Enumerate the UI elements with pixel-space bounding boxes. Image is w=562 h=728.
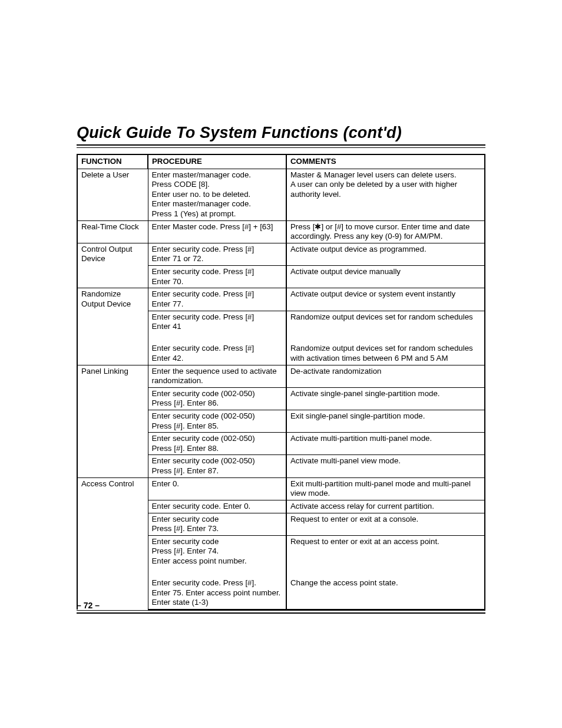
proc-line: Press [#]. Enter 74.: [152, 546, 219, 555]
title-underline: [77, 144, 485, 148]
cell-procedure: Enter security code Press [#]. Enter 73.: [148, 513, 286, 535]
table-row: Control Output Device Enter security cod…: [77, 243, 485, 265]
cell-function: Randomize Output Device: [77, 288, 148, 365]
proc-line: Enter 71 or 72.: [152, 254, 204, 263]
proc-line: Enter security code: [152, 537, 219, 546]
header-comments: COMMENTS: [286, 154, 485, 169]
cell-comments: Exit single-panel single-partition mode.: [286, 410, 485, 433]
proc-line: Enter access point number.: [152, 556, 247, 565]
proc-line: Enter 75. Enter access point number.: [152, 588, 281, 597]
cell-comments: Activate access relay for current partit…: [286, 500, 485, 513]
cell-comments: Press [✱] or [#] to move cursor. Enter t…: [286, 220, 485, 243]
proc-line: Enter security code. Press [#].: [152, 578, 256, 587]
cell-procedure: Enter security code (002-050) Press [#].…: [148, 455, 286, 477]
table-row: Delete a User Enter master/manager code.…: [77, 169, 485, 220]
proc-line: Enter security code. Press [#]: [152, 267, 254, 276]
cell-procedure: Enter security code (002-050) Press [#].…: [148, 387, 286, 410]
cell-procedure: Enter security code. Press [#]. Enter 75…: [148, 577, 286, 610]
header-procedure: PROCEDURE: [148, 154, 286, 169]
cell-comments: Activate output device as programmed.: [286, 243, 485, 265]
cell-function: Real-Time Clock: [77, 220, 148, 243]
document-page: Quick Guide To System Functions (cont'd)…: [0, 0, 562, 728]
cell-comments: Activate output device or system event i…: [286, 288, 485, 311]
proc-line: Press [#]. Enter 85.: [152, 421, 219, 430]
cell-procedure: Enter master/manager code. Press CODE [8…: [148, 169, 286, 220]
bottom-rule: [77, 610, 485, 614]
proc-line: Press [#]. Enter 86.: [152, 398, 219, 407]
proc-line: Enter security code (002-050): [152, 434, 255, 443]
cell-comments: Activate multi-panel view mode.: [286, 455, 485, 477]
table-row: Panel Linking Enter the sequence used to…: [77, 365, 485, 387]
comment-line: A user can only be deleted by a user wit…: [290, 180, 457, 199]
functions-table: FUNCTION PROCEDURE COMMENTS Delete a Use…: [77, 154, 485, 610]
cell-function: Delete a User: [77, 169, 148, 220]
cell-comments: Request to enter or exit at an access po…: [286, 535, 485, 577]
proc-line: Enter security code. Press [#]: [152, 344, 254, 353]
cell-comments: Exit multi-partition multi-panel mode an…: [286, 477, 485, 500]
table-row: Access Control Enter 0. Exit multi-parti…: [77, 477, 485, 500]
cell-procedure: Enter security code. Press [#] Enter 71 …: [148, 243, 286, 265]
proc-line: Enter security code (002-050): [152, 389, 255, 398]
cell-procedure: Enter security code. Enter 0.: [148, 500, 286, 513]
proc-line: Enter security code. Press [#]: [152, 289, 254, 298]
proc-line: Enter master/manager code.: [152, 199, 252, 208]
page-number: – 72 –: [77, 601, 100, 610]
proc-line: Enter security code: [152, 515, 219, 523]
proc-line: Enter 77.: [152, 299, 184, 308]
cell-procedure: Enter the sequence used to activate rand…: [148, 365, 286, 387]
proc-line: Press [#]. Enter 73.: [152, 524, 219, 533]
cell-comments: Activate multi-partition multi-panel mod…: [286, 433, 485, 455]
proc-line: Enter security code. Press [#]: [152, 312, 254, 321]
cell-procedure: Enter 0.: [148, 477, 286, 500]
proc-line: Enter user no. to be deleted.: [152, 190, 251, 199]
cell-comments: Activate single-panel single-partition m…: [286, 387, 485, 410]
cell-procedure: Enter security code (002-050) Press [#].…: [148, 410, 286, 433]
cell-procedure: Enter security code. Press [#] Enter 77.: [148, 288, 286, 311]
proc-line: Press 1 (Yes) at prompt.: [152, 209, 236, 218]
cell-comments: Randomize output devices set for random …: [286, 342, 485, 365]
comment-line: Master & Manager level users can delete …: [290, 170, 457, 179]
proc-line: Enter security code (002-050): [152, 456, 255, 465]
proc-line: Enter 70.: [152, 277, 184, 286]
cell-function: Panel Linking: [77, 365, 148, 477]
proc-line: Enter security code. Press [#]: [152, 245, 254, 253]
cell-function: Control Output Device: [77, 243, 148, 288]
proc-line: Press [#]. Enter 88.: [152, 444, 219, 453]
cell-procedure: Enter security code. Press [#] Enter 41: [148, 311, 286, 342]
proc-line: Enter 41: [152, 322, 181, 331]
proc-line: Enter master/manager code.: [152, 170, 252, 179]
cell-comments: Request to enter or exit at a console.: [286, 513, 485, 535]
cell-comments: De-activate randomization: [286, 365, 485, 387]
page-title: Quick Guide To System Functions (cont'd): [77, 124, 485, 142]
proc-line: Enter security code (002-050): [152, 411, 255, 420]
proc-line: Press CODE [8].: [152, 180, 210, 189]
cell-function: Access Control: [77, 477, 148, 610]
cell-procedure: Enter Master code. Press [#] + [63]: [148, 220, 286, 243]
cell-procedure: Enter security code Press [#]. Enter 74.…: [148, 535, 286, 577]
proc-line: Enter 42.: [152, 354, 184, 363]
table-row: Real-Time Clock Enter Master code. Press…: [77, 220, 485, 243]
header-function: FUNCTION: [77, 154, 148, 169]
cell-comments: Randomize output devices set for random …: [286, 311, 485, 342]
cell-comments: Activate output device manually: [286, 266, 485, 288]
table-header-row: FUNCTION PROCEDURE COMMENTS: [77, 154, 485, 169]
table-row: Randomize Output Device Enter security c…: [77, 288, 485, 311]
cell-procedure: Enter security code (002-050) Press [#].…: [148, 433, 286, 455]
cell-comments: Change the access point state.: [286, 577, 485, 610]
cell-procedure: Enter security code. Press [#] Enter 70.: [148, 266, 286, 288]
cell-procedure: Enter security code. Press [#] Enter 42.: [148, 342, 286, 365]
proc-line: Enter state (1-3): [152, 598, 209, 607]
cell-comments: Master & Manager level users can delete …: [286, 169, 485, 220]
proc-line: Press [#]. Enter 87.: [152, 466, 219, 475]
